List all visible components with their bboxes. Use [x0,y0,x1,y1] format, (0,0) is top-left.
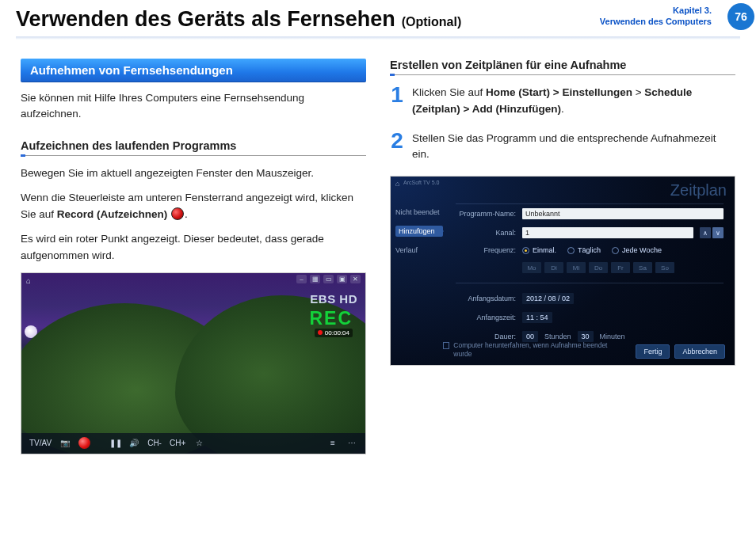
volume-icon[interactable]: 🔊 [128,439,139,447]
sched-home-icon[interactable]: ⌂ [395,180,399,188]
pause-icon[interactable]: ❚❚ [109,439,120,447]
start-date-field[interactable]: 2012 / 08 / 02 [522,293,574,304]
channel-dropdown-icon[interactable]: ∨ [712,227,724,238]
step-2-text: Stellen Sie das Programm und die entspre… [412,131,735,164]
schedule-sidebar: Nicht beendet Hinzufügen Verlauf [395,208,443,254]
channel-up-icon[interactable]: ∧ [700,227,711,238]
chapter-number: Kapitel 3. [600,5,712,16]
day-sa[interactable]: Sa [633,262,652,273]
day-fr[interactable]: Fr [611,262,630,273]
x-icon[interactable]: ✕ [350,275,361,283]
page-number-badge: 76 [727,3,754,30]
shutdown-checkbox-row[interactable]: Computer herunterfahren, wenn Aufnahme b… [443,341,609,359]
channel-name: EBS HD [310,292,357,306]
radio-dot-on-icon [522,247,529,254]
rec-dot-icon [318,330,323,335]
sched-app-name: ArcSoft TV 5.0 [403,180,439,185]
unit-minutes: Minuten [600,333,625,340]
radio-weekly-label: Jede Woche [622,246,662,254]
start-time-field[interactable]: 11 : 54 [522,312,552,323]
step-1-e: . [561,103,564,115]
unit-hours: Stunden [544,333,571,340]
paragraph-2: Wenn die Steuerleiste am unteren Fenster… [21,190,366,223]
step-number-2: 2 [390,131,404,164]
row-frequency: Frequenz: Einmal. Täglich Jede Woche [456,246,724,254]
subheading-current-program: Aufzeichnen des laufenden Programms [21,139,366,152]
cancel-button[interactable]: Abbrechen [674,344,725,359]
ok-button[interactable]: Fertig [636,344,670,359]
left-column: Aufnehmen von Fernsehsendungen Sie könne… [21,59,366,454]
subheading-underline-2 [390,74,735,75]
schedule-actions: Fertig Abbrechen [636,344,725,359]
duration-hours-field[interactable]: 00 [522,331,538,342]
radio-once[interactable]: Einmal. [522,246,556,254]
step-number-1: 1 [390,85,404,118]
radio-daily[interactable]: Täglich [567,246,601,254]
tv-screenshot: ⌂ – ▦ ▭ ▣ ✕ EBS HD REC 00:00:04 TV/AV 📷 … [21,272,366,454]
radio-dot-icon [567,247,575,254]
page-header: Verwenden des Geräts als Fernsehen (Opti… [0,0,756,46]
step-1-c: > [632,86,644,98]
row-channel: Kanal: 1 ∧ ∨ [456,227,724,238]
schedule-form: Programm-Name: Unbekannt Kanal: 1 ∧ ∨ Fr… [456,208,724,342]
row-duration: Dauer: 00 Stunden 30 Minuten [456,331,724,342]
label-duration: Dauer: [456,333,516,340]
channel-field[interactable]: 1 [522,227,693,238]
duration-minutes-field[interactable]: 30 [578,331,594,342]
record-button[interactable] [78,437,90,449]
page-title: Verwenden des Geräts als Fernsehen [16,8,395,32]
step-1-a: Klicken Sie auf [412,86,486,98]
chapter-title: Verwenden des Computers [600,16,712,27]
row-program-name: Programm-Name: Unbekannt [456,208,724,219]
paragraph-3: Es wird ein roter Punkt angezeigt. Diese… [21,231,366,264]
label-program-name: Programm-Name: [456,210,516,218]
step-2: 2 Stellen Sie das Programm und die entsp… [390,131,735,164]
paragraph-1: Bewegen Sie im aktuell angezeigten Fenst… [21,165,366,182]
step-1-b: Home (Start) > Einstellungen [486,86,632,98]
section-heading-recording: Aufnehmen von Fernsehsendungen [21,59,366,82]
lead-text: Sie können mit Hilfe Ihres Computers ein… [21,90,366,123]
rec-time-pill: 00:00:04 [315,329,353,337]
schedule-title: Zeitplan [670,181,727,200]
page-number: 76 [735,10,747,23]
step-1: 1 Klicken Sie auf Home (Start) > Einstel… [390,85,735,118]
sidebar-item-history[interactable]: Verlauf [395,246,443,254]
radio-weekly[interactable]: Jede Woche [612,246,662,254]
row-start-time: Anfangszeit: 11 : 54 [456,312,724,323]
label-start-time: Anfangszeit: [456,314,516,321]
camera-icon[interactable]: 📷 [59,439,71,447]
star-icon[interactable]: ☆ [193,439,204,447]
rec-indicator: REC [309,308,353,329]
page-title-optional: (Optional) [402,15,462,29]
sidebar-item-pending[interactable]: Nicht beendet [395,208,443,216]
channel-up-button[interactable]: CH+ [170,439,185,447]
header-divider [16,36,740,40]
home-icon[interactable]: ⌂ [26,276,31,285]
rec-time: 00:00:04 [325,329,349,336]
more-icon[interactable]: ⋯ [346,439,357,447]
record-dot-icon [171,207,184,220]
channel-down-button[interactable]: CH- [147,439,162,447]
minimize-icon[interactable]: – [296,275,307,283]
label-frequency: Frequenz: [456,246,516,254]
day-do[interactable]: Do [589,262,608,273]
schedule-screenshot: ⌂ ArcSoft TV 5.0 Zeitplan Nicht beendet … [390,176,735,366]
record-label-bold: Record (Aufzeichnen) [57,208,168,220]
grid-icon[interactable]: ▦ [310,275,320,283]
checkbox-icon[interactable] [443,342,449,349]
window-controls: – ▦ ▭ ▣ ✕ [296,275,361,283]
day-di[interactable]: Di [544,262,563,273]
sidebar-item-add[interactable]: Hinzufügen [395,226,443,237]
radio-once-label: Einmal. [533,246,556,254]
tvav-button[interactable]: TV/AV [29,439,52,447]
day-mo[interactable]: Mo [522,262,541,273]
maximize-icon[interactable]: ▭ [323,275,334,283]
close-icon[interactable]: ▣ [337,275,347,283]
list-icon[interactable]: ≡ [327,439,338,447]
shutdown-label: Computer herunterfahren, wenn Aufnahme b… [453,341,609,359]
divider [456,203,724,204]
subheading-underline [21,155,366,156]
day-mi[interactable]: Mi [567,262,586,273]
day-so[interactable]: So [655,262,674,273]
program-name-field[interactable]: Unbekannt [522,208,724,219]
